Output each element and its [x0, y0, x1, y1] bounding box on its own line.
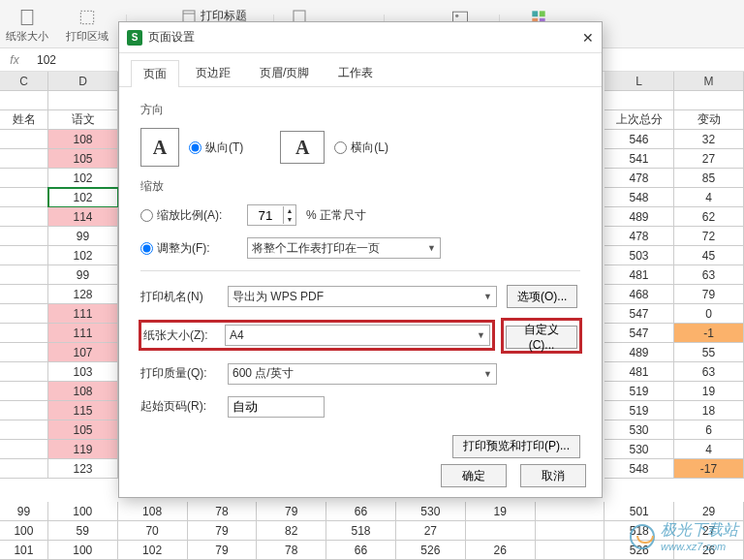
cell[interactable]: 111: [48, 324, 118, 343]
paper-custom-button[interactable]: 自定义(C)...: [506, 326, 577, 349]
first-page-input[interactable]: [228, 396, 325, 418]
cell[interactable]: 6: [674, 420, 744, 440]
cell[interactable]: 79: [257, 502, 326, 521]
scale-fit-radio[interactable]: 调整为(F):: [140, 240, 237, 257]
cell[interactable]: 547: [604, 324, 674, 343]
cell[interactable]: 29: [674, 502, 744, 521]
tab-sheet[interactable]: 工作表: [326, 59, 386, 86]
cell[interactable]: 101: [0, 541, 48, 560]
cell[interactable]: 111: [48, 304, 118, 324]
cell[interactable]: 55: [674, 343, 744, 362]
print-preview-button[interactable]: 打印预览和打印(P)...: [452, 435, 580, 458]
tb-print-area[interactable]: 打印区域: [66, 8, 108, 44]
cell[interactable]: 85: [674, 169, 744, 188]
cell[interactable]: 547: [604, 304, 674, 324]
cell[interactable]: 63: [674, 265, 744, 285]
close-icon[interactable]: ✕: [582, 30, 594, 46]
col-M[interactable]: M: [674, 72, 744, 91]
cell[interactable]: 72: [674, 227, 744, 246]
cell[interactable]: 103: [48, 362, 118, 382]
cell[interactable]: 478: [604, 169, 674, 188]
cell[interactable]: 45: [674, 246, 744, 265]
cell[interactable]: 27: [396, 521, 466, 541]
scale-ratio-input[interactable]: ▲▼: [247, 204, 296, 226]
cell[interactable]: 530: [396, 502, 466, 521]
cell[interactable]: 123: [48, 459, 118, 479]
hdr-yuwen[interactable]: 语文: [48, 110, 118, 130]
tab-header-footer[interactable]: 页眉/页脚: [247, 59, 322, 86]
cell[interactable]: 546: [604, 130, 674, 149]
cell[interactable]: 114: [48, 207, 118, 227]
quality-select[interactable]: 600 点/英寸▼: [228, 363, 497, 385]
cell[interactable]: 100: [0, 521, 48, 541]
fit-select[interactable]: 将整个工作表打印在一页▼: [247, 237, 441, 259]
cell[interactable]: 79: [674, 285, 744, 304]
cell[interactable]: 82: [257, 521, 326, 541]
cell[interactable]: 4: [674, 188, 744, 207]
landscape-radio[interactable]: 横向(L): [334, 140, 388, 156]
col-C[interactable]: C: [0, 72, 48, 91]
cell[interactable]: 102: [48, 188, 118, 207]
cell[interactable]: 0: [674, 304, 744, 324]
cell[interactable]: [536, 502, 605, 521]
hdr-name[interactable]: 姓名: [0, 110, 48, 130]
cell[interactable]: 102: [48, 246, 118, 265]
cell[interactable]: 66: [326, 502, 396, 521]
hdr-total[interactable]: 上次总分: [604, 110, 674, 130]
cell[interactable]: 107: [48, 343, 118, 362]
cell[interactable]: 105: [48, 149, 118, 169]
cell[interactable]: 530: [604, 420, 674, 440]
cell[interactable]: 119: [48, 440, 118, 459]
cell[interactable]: 128: [48, 285, 118, 304]
cell[interactable]: 100: [48, 502, 118, 521]
cell[interactable]: [536, 541, 605, 560]
cell[interactable]: 102: [118, 541, 188, 560]
cell[interactable]: 62: [674, 207, 744, 227]
cell[interactable]: 19: [466, 502, 536, 521]
cell[interactable]: -1: [674, 324, 744, 343]
cell[interactable]: 489: [604, 207, 674, 227]
cell[interactable]: 100: [48, 541, 118, 560]
cell[interactable]: 115: [48, 401, 118, 420]
cell[interactable]: 501: [604, 502, 674, 521]
cell[interactable]: 548: [604, 188, 674, 207]
printer-select[interactable]: 导出为 WPS PDF▼: [228, 286, 497, 307]
cell[interactable]: 489: [604, 343, 674, 362]
ok-button[interactable]: 确定: [441, 464, 507, 487]
tb-paper-size[interactable]: 纸张大小: [6, 8, 48, 44]
cell[interactable]: 478: [604, 227, 674, 246]
scale-ratio-radio[interactable]: 缩放比例(A):: [140, 207, 237, 224]
cell[interactable]: [466, 521, 536, 541]
cell[interactable]: 541: [604, 149, 674, 169]
cell[interactable]: 70: [118, 521, 188, 541]
cell[interactable]: 108: [118, 502, 188, 521]
cell[interactable]: 27: [674, 149, 744, 169]
cell[interactable]: 105: [48, 420, 118, 440]
cell[interactable]: 79: [188, 541, 258, 560]
cell[interactable]: 78: [257, 541, 326, 560]
hdr-change[interactable]: 变动: [674, 110, 744, 130]
tab-page[interactable]: 页面: [131, 60, 179, 87]
cell[interactable]: 26: [466, 541, 536, 560]
cell[interactable]: 481: [604, 265, 674, 285]
cell[interactable]: 63: [674, 362, 744, 382]
cell[interactable]: 59: [48, 521, 118, 541]
cell[interactable]: 4: [674, 440, 744, 459]
cell[interactable]: 518: [326, 521, 396, 541]
cell[interactable]: 99: [0, 502, 48, 521]
cell[interactable]: 78: [188, 502, 258, 521]
cell[interactable]: 530: [604, 440, 674, 459]
cancel-button[interactable]: 取消: [520, 464, 586, 487]
cell[interactable]: 519: [604, 401, 674, 420]
cell[interactable]: [536, 521, 605, 541]
cell[interactable]: 32: [674, 130, 744, 149]
cell[interactable]: -17: [674, 459, 744, 479]
cell[interactable]: 481: [604, 362, 674, 382]
cell[interactable]: 108: [48, 382, 118, 401]
cell[interactable]: 102: [48, 169, 118, 188]
cell[interactable]: 503: [604, 246, 674, 265]
cell[interactable]: 548: [604, 459, 674, 479]
cell[interactable]: 108: [48, 130, 118, 149]
cell[interactable]: 468: [604, 285, 674, 304]
cell[interactable]: 519: [604, 382, 674, 401]
